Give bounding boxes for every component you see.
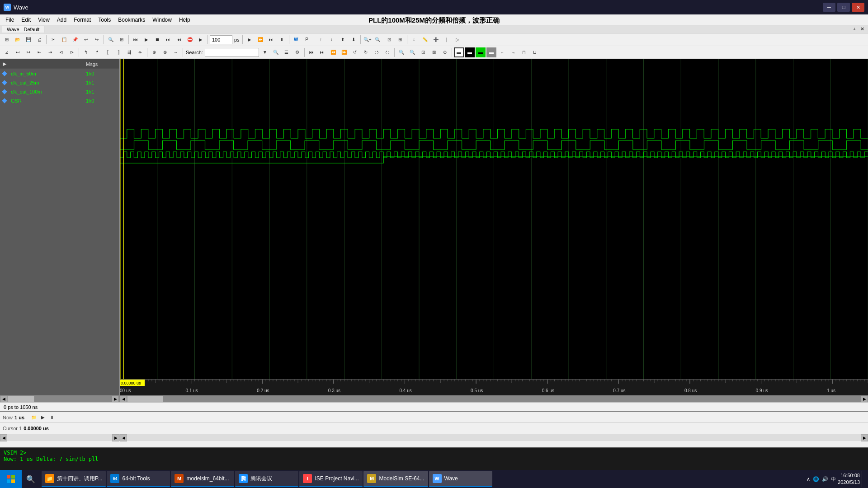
tb-zoom-full[interactable]: ⊞ xyxy=(395,35,405,45)
taskbar-app-4[interactable]: I ISE Project Navi... xyxy=(299,471,363,487)
menu-help[interactable]: Help xyxy=(175,16,194,24)
tb-redo[interactable]: ↪ xyxy=(92,35,102,45)
tb-zoom-in[interactable]: 🔍+ xyxy=(363,35,373,45)
taskbar-app-5[interactable]: M ModelSim SE-64... xyxy=(363,471,428,487)
start-button[interactable] xyxy=(0,470,22,488)
close-button[interactable]: ✕ xyxy=(852,3,864,12)
taskbar-app-0[interactable]: 📁 第十四讲、调用P... xyxy=(42,471,106,487)
minimize-button[interactable]: ─ xyxy=(823,3,835,12)
hscroll-left-btn[interactable]: ◀ xyxy=(120,395,127,403)
tb-up2[interactable]: ⬆ xyxy=(338,35,348,45)
tb-down[interactable]: ↓ xyxy=(327,35,337,45)
tb-down2[interactable]: ⬇ xyxy=(349,35,359,45)
tb-stop[interactable]: ⏹ xyxy=(152,35,162,45)
tb-measure[interactable]: 📏 xyxy=(420,35,430,45)
tb-insert[interactable]: ➕ xyxy=(431,35,441,45)
tb2-zoom5[interactable]: ⊙ xyxy=(440,47,450,57)
tb2-8[interactable]: ↰ xyxy=(81,47,91,57)
tab-add-btn[interactable]: + xyxy=(851,26,858,32)
tb2-10[interactable]: ⟦ xyxy=(103,47,113,57)
search-drop[interactable]: ▼ xyxy=(260,47,270,57)
bscroll2-track[interactable] xyxy=(127,434,861,441)
input-icon[interactable]: 中 xyxy=(831,476,836,483)
menu-tools[interactable]: Tools xyxy=(94,16,114,24)
bscroll2-right[interactable]: ▶ xyxy=(861,434,868,441)
tb-up[interactable]: ↑ xyxy=(316,35,326,45)
tb-print[interactable]: 🖨 xyxy=(34,35,44,45)
scroll-left-btn[interactable]: ◀ xyxy=(0,395,7,403)
tb2-nav1[interactable]: ⏮ xyxy=(307,47,316,57)
search-input[interactable] xyxy=(205,48,259,57)
taskbar-app-6[interactable]: W Wave xyxy=(429,471,492,487)
tb-new[interactable]: ⊞ xyxy=(2,35,12,45)
menu-bookmarks[interactable]: Bookmarks xyxy=(114,16,149,24)
bscroll-right[interactable]: ▶ xyxy=(112,434,119,441)
tb2-zoom2[interactable]: 🔍 xyxy=(407,47,417,57)
menu-add[interactable]: Add xyxy=(53,16,70,24)
hscroll-right-btn[interactable]: ▶ xyxy=(861,395,868,403)
tb-break[interactable]: ⛔ xyxy=(185,35,195,45)
wave-canvas[interactable] xyxy=(120,59,868,379)
tb2-1[interactable]: ⊿ xyxy=(2,47,12,57)
btm-btn1[interactable]: 📁 xyxy=(30,413,38,422)
tb-grid[interactable]: ⊞ xyxy=(117,35,127,45)
volume-icon[interactable]: 🔊 xyxy=(822,476,828,482)
scroll-thumb[interactable] xyxy=(7,396,34,402)
tb-bar[interactable]: ∥ xyxy=(442,35,452,45)
network-icon[interactable]: 🌐 xyxy=(813,476,819,482)
tb2-nav2[interactable]: ⏭ xyxy=(317,47,327,57)
signal-row-gsr[interactable]: GSR 1h0 xyxy=(0,96,119,105)
tb-step[interactable]: ⏭ xyxy=(163,35,173,45)
tb-wave-act[interactable]: W xyxy=(291,35,301,45)
tb2-11[interactable]: ⟧ xyxy=(113,47,123,57)
tb2-zoom1[interactable]: 🔍 xyxy=(396,47,406,57)
menu-format[interactable]: Format xyxy=(70,16,94,24)
signal-row-clk-out-25m[interactable]: clk_out_25m 1h1 xyxy=(0,78,119,87)
tb2-2[interactable]: ↤ xyxy=(13,47,23,57)
menu-window[interactable]: Window xyxy=(149,16,175,24)
btm-btn3[interactable]: ⏸ xyxy=(48,413,56,422)
tb-run-cont[interactable]: ⏩ xyxy=(255,35,265,45)
tb-undo[interactable]: ↩ xyxy=(81,35,91,45)
tb2-4[interactable]: ⇤ xyxy=(34,47,44,57)
scroll-right-btn[interactable]: ▶ xyxy=(112,395,119,403)
time-input[interactable] xyxy=(210,35,232,44)
btm-btn2[interactable]: ▶ xyxy=(39,413,47,422)
tb2-nav3[interactable]: ⏪ xyxy=(328,47,338,57)
tb-open[interactable]: 📂 xyxy=(13,35,23,45)
signal-row-clk-out-100m[interactable]: clk_out_100m 1h1 xyxy=(0,87,119,96)
tb2-13[interactable]: ⇷ xyxy=(135,47,145,57)
tb-break2[interactable]: ⏸ xyxy=(277,35,287,45)
tb-save[interactable]: 💾 xyxy=(24,35,33,45)
console-area[interactable]: VSIM 2> Now: 1 us Delta: 7 sim/tb_pll xyxy=(0,447,868,470)
tb-run-time[interactable]: ▶ xyxy=(245,35,255,45)
search-go[interactable]: 🔍 xyxy=(271,47,281,57)
tb2-nav7[interactable]: ⭯ xyxy=(372,47,382,57)
tb2-nav8[interactable]: ⭮ xyxy=(382,47,392,57)
tb2-16[interactable]: ↔ xyxy=(171,47,181,57)
tb2-15[interactable]: ⊗ xyxy=(160,47,170,57)
tb2-12[interactable]: ⇶ xyxy=(124,47,134,57)
tb-cursor[interactable]: ↕ xyxy=(409,35,419,45)
menu-edit[interactable]: Edit xyxy=(18,16,34,24)
tb-cut[interactable]: ✂ xyxy=(48,35,58,45)
menu-file[interactable]: File xyxy=(2,16,18,24)
maximize-button[interactable]: □ xyxy=(837,3,850,12)
tb2-wave7[interactable]: ⊓ xyxy=(519,47,529,57)
wave-default-tab[interactable]: Wave - Default xyxy=(2,26,44,33)
tb2-6[interactable]: ⊲ xyxy=(56,47,66,57)
show-desktop-btn[interactable] xyxy=(862,471,864,487)
taskbar-app-2[interactable]: M modelsim_64bit... xyxy=(171,471,234,487)
tb2-14[interactable]: ⊕ xyxy=(149,47,159,57)
tb2-wave2[interactable]: ▬ xyxy=(465,47,475,57)
tb-continue[interactable]: ▶ xyxy=(196,35,206,45)
tb-find[interactable]: 🔍 xyxy=(106,35,116,45)
tb2-nav4[interactable]: ⏩ xyxy=(339,47,349,57)
taskbar-app-1[interactable]: 64 64-bit Tools xyxy=(107,471,170,487)
taskbar-app-3[interactable]: 腾 腾讯会议 xyxy=(235,471,298,487)
tb-mark[interactable]: ▷ xyxy=(453,35,462,45)
tb2-wave4[interactable]: ▬ xyxy=(486,47,496,57)
tb-zoom-out[interactable]: 🔍- xyxy=(373,35,383,45)
tb2-wave5[interactable]: ⌐ xyxy=(497,47,507,57)
tb-paste[interactable]: 📌 xyxy=(70,35,80,45)
